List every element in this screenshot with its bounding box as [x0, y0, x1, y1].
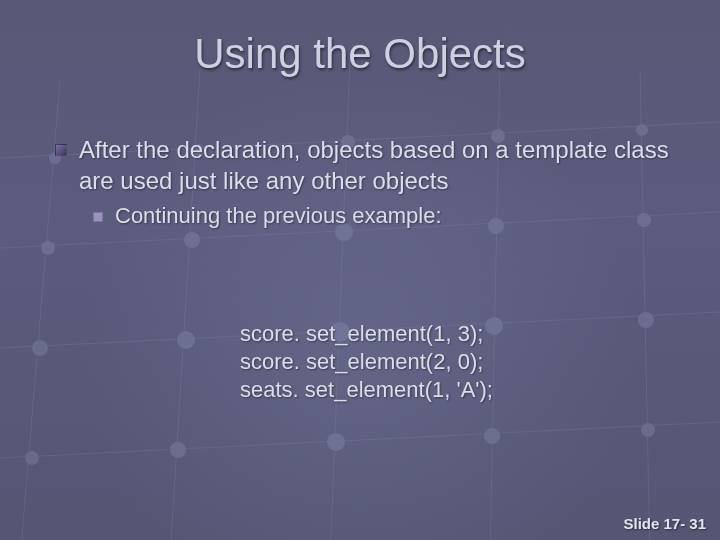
background-lattice [0, 0, 720, 540]
svg-point-24 [25, 451, 39, 465]
svg-line-3 [0, 420, 720, 460]
svg-point-26 [327, 433, 345, 451]
svg-line-6 [330, 60, 350, 540]
slide-title: Using the Objects [0, 30, 720, 78]
svg-point-15 [184, 232, 200, 248]
slide: Using the Objects After the declaration,… [0, 0, 720, 540]
svg-point-25 [170, 442, 186, 458]
svg-point-19 [32, 340, 48, 356]
svg-point-28 [641, 423, 655, 437]
square-bullet-icon [55, 144, 67, 156]
code-line-1: score. set_element(1, 3); [240, 321, 483, 346]
slide-body: After the declaration, objects based on … [55, 135, 680, 231]
bullet-1-text: After the declaration, objects based on … [79, 135, 680, 196]
svg-point-20 [177, 331, 195, 349]
bullet-level-2: Continuing the previous example: [93, 202, 680, 231]
svg-point-23 [638, 312, 654, 328]
bullet-2-text: Continuing the previous example: [115, 202, 442, 231]
slide-number: Slide 17- 31 [623, 515, 706, 532]
svg-line-7 [490, 60, 500, 540]
svg-point-27 [484, 428, 500, 444]
svg-point-14 [41, 241, 55, 255]
square-bullet-icon [93, 212, 103, 222]
code-example: score. set_element(1, 3); score. set_ele… [240, 320, 493, 404]
bullet-level-1: After the declaration, objects based on … [55, 135, 680, 196]
svg-line-4 [20, 80, 60, 540]
code-line-2: score. set_element(2, 0); [240, 349, 483, 374]
code-line-3: seats. set_element(1, 'A'); [240, 377, 493, 402]
lattice-svg [0, 0, 720, 540]
